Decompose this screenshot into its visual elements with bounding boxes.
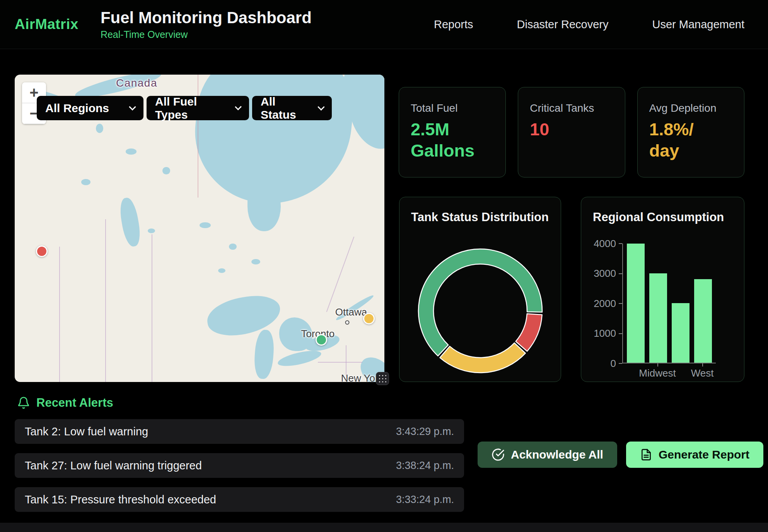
donut-chart-title: Tank Status Distribution [411,210,549,224]
water-lake-small [126,148,137,155]
bar-chart-plot-area: MidwestWest [622,244,716,379]
footer-strip [0,523,768,532]
water-lake-michigan [253,329,275,379]
tank-map[interactable]: Canada Ottawa Toronto New York + − All R… [15,75,384,382]
alert-row[interactable]: Tank 2: Low fuel warning 3:43:29 p.m. [15,419,464,444]
tank-marker-normal[interactable] [316,334,327,346]
map-label-canada: Canada [116,77,157,89]
map-border-line [318,362,362,363]
generate-report-button[interactable]: Generate Report [626,442,763,468]
stat-label: Total Fuel [411,102,494,114]
drag-dots-icon [382,378,383,379]
status-filter-label: All Status [261,95,312,121]
avg-depletion-card: Avg Depletion 1.8%/ day [637,87,744,177]
status-filter-dropdown[interactable]: All Status [252,96,332,120]
chevron-down-icon [317,104,324,111]
fuel-types-filter-dropdown[interactable]: All Fuel Types [147,96,249,120]
nav-item-disaster-recovery[interactable]: Disaster Recovery [517,18,609,31]
map-filters: All Regions All Fuel Types All Status [37,96,332,120]
bar-4 [694,279,712,363]
stats-row: Total Fuel 2.5M Gallons Critical Tanks 1… [399,87,744,177]
alerts-list: Tank 2: Low fuel warning 3:43:29 p.m. Ta… [15,419,464,521]
nav-item-reports[interactable]: Reports [434,18,473,31]
water-lake-superior [205,292,283,340]
bar-chart-bars [622,244,716,363]
tank-marker-critical[interactable] [36,246,48,257]
avg-depletion-value: 1.8%/ day [649,119,721,162]
bell-icon [17,396,30,409]
alert-time: 3:43:29 p.m. [396,426,454,438]
bar-1 [627,244,645,363]
bar-x-label: Midwest [649,367,666,379]
alert-time: 3:38:24 p.m. [396,460,454,472]
map-border-line [326,237,355,312]
water-lake-small [229,244,236,250]
top-nav: Reports Disaster Recovery User Managemen… [434,18,744,31]
alert-row[interactable]: Tank 15: Pressure threshold exceeded 3:3… [15,487,464,512]
alert-time: 3:33:24 p.m. [396,494,454,506]
chevron-down-icon [129,103,136,110]
water-lake-small [148,228,155,234]
page-subtitle: Real-Time Overview [101,29,312,40]
alerts-header: Recent Alerts [17,396,113,410]
acknowledge-all-label: Acknowledge All [511,448,603,461]
alert-row[interactable]: Tank 27: Low fuel warning triggered 3:38… [15,453,464,478]
total-fuel-card: Total Fuel 2.5M Gallons [399,87,506,177]
brand-logo: AirMatrix [15,16,79,32]
bar-x-label: West [693,367,711,379]
file-text-icon [640,448,652,461]
map-border-line [59,247,60,382]
bar-chart-x-axis: MidwestWest [622,367,716,379]
regional-consumption-card: Regional Consumption 40003000200010000 M… [581,197,744,382]
stat-label: Avg Depletion [649,102,732,114]
acknowledge-all-button[interactable]: Acknowledge All [478,442,617,468]
title-block: Fuel Monitoring Dashboard Real-Time Over… [101,9,312,40]
regions-filter-dropdown[interactable]: All Regions [37,96,143,120]
water-lake-winnipeg [118,196,143,248]
map-border-line [152,234,152,382]
bar-2 [649,273,667,363]
map-border-line [105,219,106,382]
page-title: Fuel Monitoring Dashboard [101,9,312,27]
bar-chart-title: Regional Consumption [593,210,732,224]
alerts-title: Recent Alerts [36,396,113,410]
critical-tanks-value: 10 [530,119,601,140]
nav-item-user-management[interactable]: User Management [652,18,744,31]
regional-consumption-bar-chart: 40003000200010000 MidwestWest [593,244,732,379]
water-lake-small [251,259,260,264]
donut-segment-red [515,314,542,351]
bar-chart-y-axis: 40003000200010000 [593,239,622,368]
bar-y-tick: 4000 [594,239,622,249]
water-lake-erie [276,348,323,369]
water-lake-small [200,222,211,228]
map-label-ottawa: Ottawa [335,306,367,318]
chevron-down-icon [235,104,242,111]
check-circle-icon [492,448,505,461]
water-lake-small [96,124,103,133]
total-fuel-value: 2.5M Gallons [411,119,482,162]
bar-x-label [671,367,689,379]
stat-label: Critical Tanks [530,102,613,114]
bar-y-tick: 1000 [594,329,622,339]
tank-status-donut-chart [415,246,545,376]
map-graticule-line [198,75,198,198]
fuel-types-filter-label: All Fuel Types [155,95,229,121]
generate-report-label: Generate Report [659,448,749,461]
app-header: AirMatrix Fuel Monitoring Dashboard Real… [0,0,768,49]
regions-filter-label: All Regions [45,102,109,115]
water-lake-small [81,179,90,185]
critical-tanks-card: Critical Tanks 10 [518,87,625,177]
bar-3 [672,303,689,363]
town-marker-icon [345,320,350,324]
water-lake-small [162,167,170,175]
alert-text: Tank 15: Pressure threshold exceeded [25,493,216,506]
bar-y-tick: 3000 [594,269,622,279]
alert-text: Tank 27: Low fuel warning triggered [25,459,202,472]
tank-marker-warning[interactable] [363,313,375,324]
tank-status-distribution-card: Tank Status Distribution [399,197,561,382]
bar-y-tick: 2000 [594,298,622,309]
donut-segment-yellow [440,343,525,373]
alert-text: Tank 2: Low fuel warning [25,425,148,438]
map-resize-handle[interactable] [376,372,389,385]
bar-y-tick: 0 [611,358,622,368]
